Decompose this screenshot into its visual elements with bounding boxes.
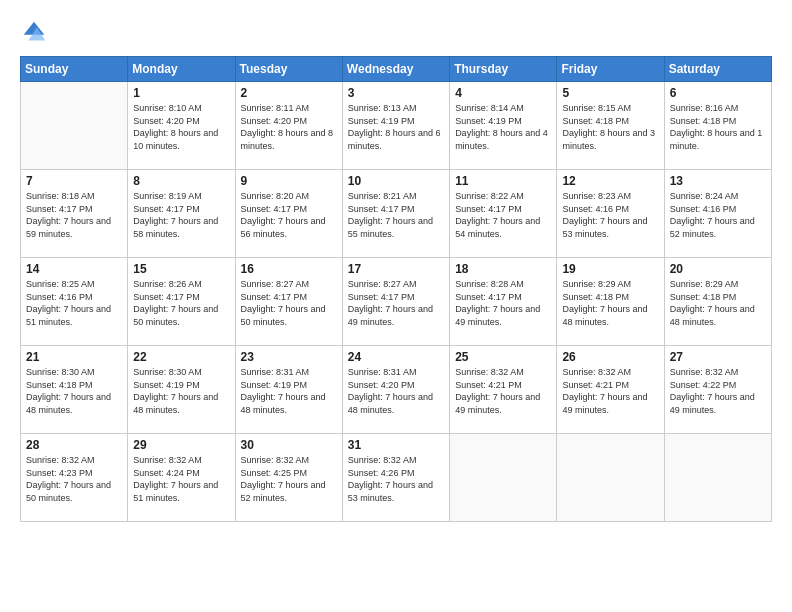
calendar-week-2: 7Sunrise: 8:18 AMSunset: 4:17 PMDaylight… — [21, 170, 772, 258]
logo-icon — [20, 18, 48, 46]
day-info: Sunrise: 8:14 AMSunset: 4:19 PMDaylight:… — [455, 102, 551, 152]
calendar-cell: 31Sunrise: 8:32 AMSunset: 4:26 PMDayligh… — [342, 434, 449, 522]
day-info: Sunrise: 8:26 AMSunset: 4:17 PMDaylight:… — [133, 278, 229, 328]
page: SundayMondayTuesdayWednesdayThursdayFrid… — [0, 0, 792, 612]
calendar-cell: 8Sunrise: 8:19 AMSunset: 4:17 PMDaylight… — [128, 170, 235, 258]
day-info: Sunrise: 8:19 AMSunset: 4:17 PMDaylight:… — [133, 190, 229, 240]
day-number: 29 — [133, 438, 229, 452]
calendar-cell: 21Sunrise: 8:30 AMSunset: 4:18 PMDayligh… — [21, 346, 128, 434]
calendar-header-row: SundayMondayTuesdayWednesdayThursdayFrid… — [21, 57, 772, 82]
day-number: 8 — [133, 174, 229, 188]
calendar-header-tuesday: Tuesday — [235, 57, 342, 82]
calendar-cell: 6Sunrise: 8:16 AMSunset: 4:18 PMDaylight… — [664, 82, 771, 170]
calendar-cell: 1Sunrise: 8:10 AMSunset: 4:20 PMDaylight… — [128, 82, 235, 170]
day-number: 17 — [348, 262, 444, 276]
calendar-cell: 5Sunrise: 8:15 AMSunset: 4:18 PMDaylight… — [557, 82, 664, 170]
calendar-cell: 27Sunrise: 8:32 AMSunset: 4:22 PMDayligh… — [664, 346, 771, 434]
day-number: 11 — [455, 174, 551, 188]
day-number: 30 — [241, 438, 337, 452]
calendar-cell: 13Sunrise: 8:24 AMSunset: 4:16 PMDayligh… — [664, 170, 771, 258]
day-info: Sunrise: 8:20 AMSunset: 4:17 PMDaylight:… — [241, 190, 337, 240]
calendar-cell: 19Sunrise: 8:29 AMSunset: 4:18 PMDayligh… — [557, 258, 664, 346]
calendar-cell: 26Sunrise: 8:32 AMSunset: 4:21 PMDayligh… — [557, 346, 664, 434]
day-info: Sunrise: 8:25 AMSunset: 4:16 PMDaylight:… — [26, 278, 122, 328]
day-info: Sunrise: 8:27 AMSunset: 4:17 PMDaylight:… — [348, 278, 444, 328]
day-number: 26 — [562, 350, 658, 364]
calendar-cell: 29Sunrise: 8:32 AMSunset: 4:24 PMDayligh… — [128, 434, 235, 522]
logo — [20, 18, 52, 46]
calendar-cell: 15Sunrise: 8:26 AMSunset: 4:17 PMDayligh… — [128, 258, 235, 346]
calendar-week-3: 14Sunrise: 8:25 AMSunset: 4:16 PMDayligh… — [21, 258, 772, 346]
calendar-header-sunday: Sunday — [21, 57, 128, 82]
day-info: Sunrise: 8:32 AMSunset: 4:26 PMDaylight:… — [348, 454, 444, 504]
calendar-cell: 9Sunrise: 8:20 AMSunset: 4:17 PMDaylight… — [235, 170, 342, 258]
day-number: 22 — [133, 350, 229, 364]
day-number: 12 — [562, 174, 658, 188]
calendar-cell — [557, 434, 664, 522]
day-info: Sunrise: 8:31 AMSunset: 4:19 PMDaylight:… — [241, 366, 337, 416]
day-number: 3 — [348, 86, 444, 100]
calendar-week-5: 28Sunrise: 8:32 AMSunset: 4:23 PMDayligh… — [21, 434, 772, 522]
day-info: Sunrise: 8:29 AMSunset: 4:18 PMDaylight:… — [670, 278, 766, 328]
calendar-header-wednesday: Wednesday — [342, 57, 449, 82]
day-number: 28 — [26, 438, 122, 452]
calendar-cell: 14Sunrise: 8:25 AMSunset: 4:16 PMDayligh… — [21, 258, 128, 346]
day-info: Sunrise: 8:28 AMSunset: 4:17 PMDaylight:… — [455, 278, 551, 328]
day-number: 31 — [348, 438, 444, 452]
day-info: Sunrise: 8:23 AMSunset: 4:16 PMDaylight:… — [562, 190, 658, 240]
day-info: Sunrise: 8:22 AMSunset: 4:17 PMDaylight:… — [455, 190, 551, 240]
day-info: Sunrise: 8:11 AMSunset: 4:20 PMDaylight:… — [241, 102, 337, 152]
day-info: Sunrise: 8:30 AMSunset: 4:18 PMDaylight:… — [26, 366, 122, 416]
calendar-week-4: 21Sunrise: 8:30 AMSunset: 4:18 PMDayligh… — [21, 346, 772, 434]
calendar-header-saturday: Saturday — [664, 57, 771, 82]
calendar-cell: 3Sunrise: 8:13 AMSunset: 4:19 PMDaylight… — [342, 82, 449, 170]
day-number: 13 — [670, 174, 766, 188]
day-info: Sunrise: 8:32 AMSunset: 4:21 PMDaylight:… — [562, 366, 658, 416]
calendar-cell: 17Sunrise: 8:27 AMSunset: 4:17 PMDayligh… — [342, 258, 449, 346]
day-number: 21 — [26, 350, 122, 364]
day-info: Sunrise: 8:27 AMSunset: 4:17 PMDaylight:… — [241, 278, 337, 328]
calendar-cell — [664, 434, 771, 522]
calendar-cell: 11Sunrise: 8:22 AMSunset: 4:17 PMDayligh… — [450, 170, 557, 258]
day-number: 5 — [562, 86, 658, 100]
calendar-cell: 10Sunrise: 8:21 AMSunset: 4:17 PMDayligh… — [342, 170, 449, 258]
day-info: Sunrise: 8:32 AMSunset: 4:21 PMDaylight:… — [455, 366, 551, 416]
calendar-cell: 18Sunrise: 8:28 AMSunset: 4:17 PMDayligh… — [450, 258, 557, 346]
day-info: Sunrise: 8:10 AMSunset: 4:20 PMDaylight:… — [133, 102, 229, 152]
day-info: Sunrise: 8:15 AMSunset: 4:18 PMDaylight:… — [562, 102, 658, 152]
calendar-cell: 25Sunrise: 8:32 AMSunset: 4:21 PMDayligh… — [450, 346, 557, 434]
day-info: Sunrise: 8:29 AMSunset: 4:18 PMDaylight:… — [562, 278, 658, 328]
day-number: 14 — [26, 262, 122, 276]
day-info: Sunrise: 8:32 AMSunset: 4:23 PMDaylight:… — [26, 454, 122, 504]
calendar-cell: 20Sunrise: 8:29 AMSunset: 4:18 PMDayligh… — [664, 258, 771, 346]
day-info: Sunrise: 8:31 AMSunset: 4:20 PMDaylight:… — [348, 366, 444, 416]
day-info: Sunrise: 8:16 AMSunset: 4:18 PMDaylight:… — [670, 102, 766, 152]
day-number: 1 — [133, 86, 229, 100]
calendar-cell: 22Sunrise: 8:30 AMSunset: 4:19 PMDayligh… — [128, 346, 235, 434]
day-number: 2 — [241, 86, 337, 100]
day-number: 9 — [241, 174, 337, 188]
day-info: Sunrise: 8:21 AMSunset: 4:17 PMDaylight:… — [348, 190, 444, 240]
day-number: 10 — [348, 174, 444, 188]
day-number: 23 — [241, 350, 337, 364]
day-number: 20 — [670, 262, 766, 276]
day-number: 7 — [26, 174, 122, 188]
day-number: 27 — [670, 350, 766, 364]
calendar-cell: 24Sunrise: 8:31 AMSunset: 4:20 PMDayligh… — [342, 346, 449, 434]
day-number: 4 — [455, 86, 551, 100]
day-info: Sunrise: 8:32 AMSunset: 4:25 PMDaylight:… — [241, 454, 337, 504]
day-info: Sunrise: 8:24 AMSunset: 4:16 PMDaylight:… — [670, 190, 766, 240]
day-number: 25 — [455, 350, 551, 364]
day-info: Sunrise: 8:32 AMSunset: 4:22 PMDaylight:… — [670, 366, 766, 416]
day-number: 16 — [241, 262, 337, 276]
day-number: 24 — [348, 350, 444, 364]
day-info: Sunrise: 8:18 AMSunset: 4:17 PMDaylight:… — [26, 190, 122, 240]
calendar-week-1: 1Sunrise: 8:10 AMSunset: 4:20 PMDaylight… — [21, 82, 772, 170]
day-number: 15 — [133, 262, 229, 276]
calendar-cell: 7Sunrise: 8:18 AMSunset: 4:17 PMDaylight… — [21, 170, 128, 258]
calendar-cell — [21, 82, 128, 170]
calendar-cell: 30Sunrise: 8:32 AMSunset: 4:25 PMDayligh… — [235, 434, 342, 522]
calendar-cell — [450, 434, 557, 522]
day-number: 19 — [562, 262, 658, 276]
header — [20, 18, 772, 46]
